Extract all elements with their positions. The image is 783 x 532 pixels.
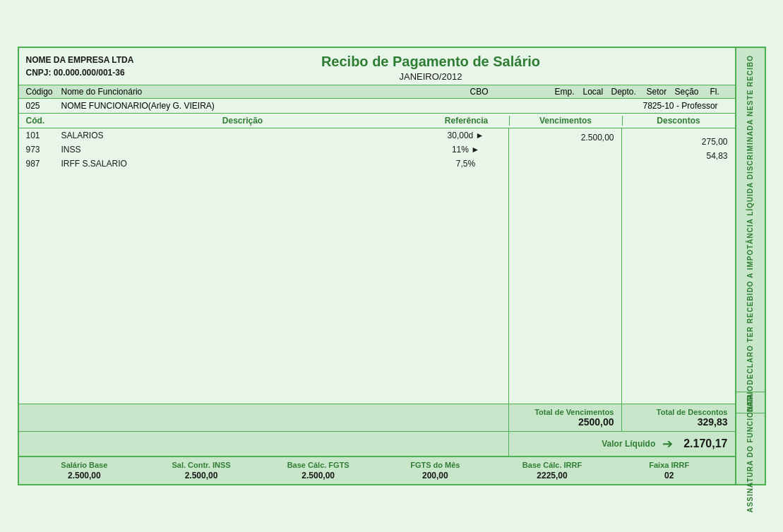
main-content: NOME DA EMPRESA LTDA CNPJ: 00.000.000/00…	[19, 48, 736, 484]
cnpj: CNPJ: 00.000.000/001-36	[26, 66, 134, 79]
total-desc-label: Total de Descontos	[629, 408, 728, 416]
data-left: 101 SALARIOS 30,00d ► 973 INSS 11% ► 987…	[19, 128, 509, 404]
data-right: 2.500,00 275,00 54,83	[509, 128, 735, 404]
sidebar-bottom-text: ASSINATURA DO FUNCIONARIO	[746, 385, 754, 513]
footer-base-calc-irrf: Base Cálc. IRRF 2225,00	[494, 461, 611, 480]
total-venc-label: Total de Vencimentos	[516, 408, 614, 416]
desc-header: Descrição	[61, 116, 424, 126]
desc-right-header: Descontos	[622, 116, 735, 126]
employee-cols-header: Código Nome do Funcionário CBO Emp. Loca…	[19, 85, 735, 99]
nome-label: Nome do Funcionário	[61, 87, 470, 97]
depto-label: Depto.	[611, 87, 647, 97]
cbo-value: 7825-10 - Professor	[643, 101, 728, 111]
sidebar-top-text: DECLARO TER RECEBIDO A IMPOTÂNCIA LÍQUID…	[746, 55, 754, 385]
payslip-container: NOME DA EMPRESA LTDA CNPJ: 00.000.000/00…	[18, 47, 766, 485]
fl-label: Fl.	[710, 87, 728, 97]
disc-row2: 275,00	[622, 135, 735, 149]
disc-row3: 54,83	[622, 149, 735, 163]
table-row: 101 SALARIOS 30,00d ►	[19, 128, 508, 143]
venc-row1: 2.500,00	[509, 131, 621, 145]
codigo-label: Código	[26, 87, 61, 97]
header: NOME DA EMPRESA LTDA CNPJ: 00.000.000/00…	[19, 48, 735, 85]
venc-header: Vencimentos	[509, 116, 622, 126]
payslip-title: Recibo de Pagamento de Salário	[133, 54, 727, 70]
vertical-sidebar: DECLARO TER RECEBIDO A IMPOTÂNCIA LÍQUID…	[736, 48, 765, 484]
row1-cod: 101	[19, 131, 61, 140]
venc-row3	[509, 149, 621, 153]
table-row: 987 IRFF S.SALARIO 7,5%	[19, 157, 508, 171]
total-descontos-block: Total de Descontos 329,83	[622, 404, 735, 431]
base-calc-fgts-label: Base Cálc. FGTS	[260, 461, 377, 469]
base-calc-irrf-label: Base Cálc. IRRF	[494, 461, 611, 469]
faixa-irrf-value: 02	[611, 471, 728, 480]
total-vencimentos-block: Total de Vencimentos 2500,00	[509, 404, 622, 431]
liquido-label: Valor Líquido	[602, 439, 655, 449]
base-calc-fgts-value: 2.500,00	[260, 471, 377, 480]
secao-label: Seção	[675, 87, 710, 97]
sal-contr-value: 2.500,00	[143, 471, 260, 480]
setor-label: Setor	[647, 87, 675, 97]
company-info: NOME DA EMPRESA LTDA CNPJ: 00.000.000/00…	[26, 54, 134, 79]
row3-cod: 987	[19, 159, 61, 169]
arrow-icon: ➔	[662, 436, 673, 452]
faixa-irrf-label: Faixa IRRF	[611, 461, 728, 469]
row3-desc: IRFF S.SALARIO	[61, 159, 424, 169]
row2-ref: 11% ►	[424, 145, 508, 155]
employee-cols-value: 025 NOME FUNCIONARIO(Arley G. VIEIRA) 78…	[19, 99, 735, 114]
data-section: 101 SALARIOS 30,00d ► 973 INSS 11% ► 987…	[19, 128, 735, 404]
fgts-mes-label: FGTS do Mês	[377, 461, 494, 469]
footer: Salário Base 2.500,00 Sal. Contr. INSS 2…	[19, 457, 735, 484]
totals-right: Total de Vencimentos 2500,00 Total de De…	[509, 404, 735, 431]
footer-salario-base: Salário Base 2.500,00	[26, 461, 143, 480]
footer-fgts-mes: FGTS do Mês 200,00	[377, 461, 494, 480]
totals-left	[19, 404, 509, 431]
liquido-value: 2.170,17	[683, 437, 727, 450]
cod-header: Cód.	[19, 116, 61, 126]
total-venc-value: 2500,00	[516, 416, 614, 428]
local-label: Local	[583, 87, 611, 97]
company-name: NOME DA EMPRESA LTDA	[26, 54, 134, 66]
title-area: Recibo de Pagamento de Salário JANEIRO/2…	[133, 54, 727, 82]
total-desc-value: 329,83	[629, 416, 728, 428]
sidebar-bottom: ASSINATURA DO FUNCIONARIO	[736, 413, 765, 484]
sal-contr-label: Sal. Contr. INSS	[143, 461, 260, 469]
codigo-value: 025	[26, 101, 61, 111]
cbo-label: CBO	[470, 87, 555, 97]
period: JANEIRO/2012	[133, 71, 727, 82]
row1-ref: 30,00d ►	[424, 131, 508, 140]
liquido-row: Valor Líquido ➔ 2.170,17	[19, 432, 735, 457]
table-row: 973 INSS 11% ►	[19, 143, 508, 157]
emp-label: Emp.	[555, 87, 583, 97]
row3-ref: 7,5%	[424, 159, 508, 169]
footer-sal-contr: Sal. Contr. INSS 2.500,00	[143, 461, 260, 480]
footer-faixa-irrf: Faixa IRRF 02	[611, 461, 728, 480]
footer-base-calc-fgts: Base Cálc. FGTS 2.500,00	[260, 461, 377, 480]
liquido-right: Valor Líquido ➔ 2.170,17	[509, 432, 735, 456]
base-calc-irrf-value: 2225,00	[494, 471, 611, 480]
fgts-mes-value: 200,00	[377, 471, 494, 480]
data-descontos: 275,00 54,83	[622, 128, 735, 404]
liquido-left	[19, 432, 509, 456]
salario-base-label: Salário Base	[26, 461, 143, 469]
totals-row: Total de Vencimentos 2500,00 Total de De…	[19, 404, 735, 432]
sidebar-top: DECLARO TER RECEBIDO A IMPOTÂNCIA LÍQUID…	[736, 48, 765, 392]
data-vencimentos: 2.500,00	[509, 128, 622, 404]
row1-desc: SALARIOS	[61, 131, 424, 140]
salario-base-value: 2.500,00	[26, 471, 143, 480]
nome-value: NOME FUNCIONARIO(Arley G. VIEIRA)	[61, 101, 643, 111]
row2-desc: INSS	[61, 145, 424, 155]
table-header: Cód. Descrição Referência Vencimentos De…	[19, 114, 735, 128]
row2-cod: 973	[19, 145, 61, 155]
ref-header: Referência	[424, 116, 509, 126]
